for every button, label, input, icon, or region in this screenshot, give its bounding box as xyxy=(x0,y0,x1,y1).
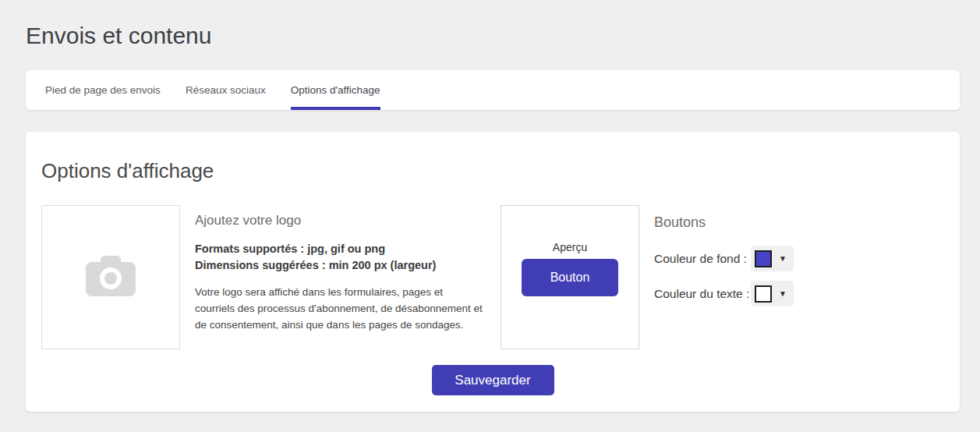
tab-bar: Pied de page des envois Réseaux sociaux … xyxy=(26,70,960,110)
logo-heading: Ajoutez votre logo xyxy=(195,213,485,228)
page-title: Envois et contenu xyxy=(0,0,980,50)
background-color-picker[interactable]: ▼ xyxy=(751,246,794,271)
preview-button: Bouton xyxy=(522,259,618,296)
text-color-picker[interactable]: ▼ xyxy=(751,281,794,306)
dropdown-arrow-icon: ▼ xyxy=(779,254,787,263)
button-preview-box: Aperçu Bouton xyxy=(501,205,639,349)
panel-heading: Options d'affichage xyxy=(41,132,944,183)
logo-description: Votre logo sera affiché dans les formula… xyxy=(195,284,485,333)
save-button[interactable]: Sauvegarder xyxy=(432,365,554,395)
buttons-settings-column: Boutons Couleur de fond : ▼ Couleur du t… xyxy=(654,205,794,306)
text-color-swatch xyxy=(755,285,772,303)
background-color-row: Couleur de fond : ▼ xyxy=(654,246,794,271)
camera-icon xyxy=(85,255,136,300)
buttons-heading: Boutons xyxy=(654,214,794,231)
text-color-row: Couleur du texte : ▼ xyxy=(654,281,794,306)
tab-reseaux-sociaux[interactable]: Réseaux sociaux xyxy=(186,70,266,110)
text-color-label: Couleur du texte : xyxy=(654,287,751,301)
tab-pied-de-page-des-envois[interactable]: Pied de page des envois xyxy=(45,70,161,110)
logo-dimensions-line: Dimensions suggérées : min 200 px (large… xyxy=(195,257,485,274)
logo-requirements: Formats supportés : jpg, gif ou png Dime… xyxy=(195,241,485,274)
preview-label: Aperçu xyxy=(553,241,587,253)
display-options-panel: Options d'affichage Ajoutez votre logo F… xyxy=(26,132,960,412)
logo-formats-line: Formats supportés : jpg, gif ou png xyxy=(195,241,485,257)
background-color-swatch xyxy=(755,250,772,267)
tab-options-affichage[interactable]: Options d'affichage xyxy=(291,70,380,110)
logo-upload-box[interactable] xyxy=(41,205,180,349)
logo-info-column: Ajoutez votre logo Formats supportés : j… xyxy=(195,205,485,333)
content-row: Ajoutez votre logo Formats supportés : j… xyxy=(41,205,944,349)
background-color-label: Couleur de fond : xyxy=(654,252,751,266)
dropdown-arrow-icon: ▼ xyxy=(779,289,787,298)
